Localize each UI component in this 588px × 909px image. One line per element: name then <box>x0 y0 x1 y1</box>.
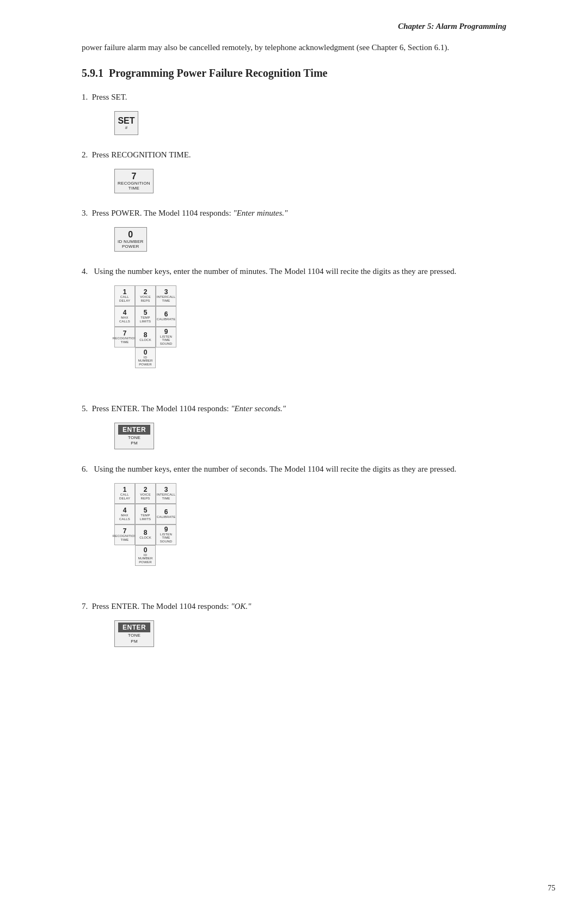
recognition-time-key-main: 7 <box>131 171 136 181</box>
recognition-time-key-label: RECOGNITIONTIME <box>118 181 150 191</box>
enter-key-button-2: ENTER TONEPM <box>114 620 154 647</box>
intro-paragraph: power failure alarm may also be cancelle… <box>82 41 506 54</box>
set-key-button: SET # <box>114 111 138 135</box>
numpad-key-4: 4MAX CALLS <box>114 306 135 327</box>
step-5: 5. Press ENTER. The Model 1104 responds:… <box>82 402 506 453</box>
section-title: 5.9.1 Programming Power Failure Recognit… <box>82 67 506 80</box>
numpad-key-9: 9LISTEN TIMESOUND <box>156 327 176 347</box>
page-number: 75 <box>548 884 555 893</box>
page-content: Chapter 5: Alarm Programming power failu… <box>82 0 506 693</box>
step-6: 6. Using the number keys, enter the numb… <box>82 462 506 590</box>
step-1: 1. Press SET. SET # <box>82 90 506 138</box>
numpad-2: 1CALLDELAY 2VOICEREPS 3INTERCALLTIME 4MA… <box>114 483 176 587</box>
step-7: 7. Press ENTER. The Model 1104 responds:… <box>82 600 506 650</box>
enter-key-top-2: ENTER <box>118 623 150 632</box>
numpad2-key-8: 8CLOCK <box>135 524 156 545</box>
numpad2-key-5: 5TEMP LIMITS <box>135 504 156 524</box>
enter-key-top-1: ENTER <box>118 425 150 435</box>
set-key-main: SET <box>118 115 134 126</box>
numpad-key-7: 7RECOGNITIONTIME <box>114 327 135 347</box>
numpad-key-2: 2VOICEREPS <box>135 285 156 306</box>
chapter-title: Chapter 5: Alarm Programming <box>398 22 506 30</box>
step-2: 2. Press RECOGNITION TIME. 7 RECOGNITION… <box>82 148 506 197</box>
numpad2-key-1: 1CALLDELAY <box>114 483 135 504</box>
step-5-text: 5. Press ENTER. The Model 1104 responds:… <box>82 402 506 415</box>
power-key-main: 0 <box>128 229 133 240</box>
numpad-key-6: 6CALIBRATE <box>156 306 176 327</box>
numpad2-key-4: 4MAX CALLS <box>114 504 135 524</box>
numpad2-key-0: 0ID NUMBERPOWER <box>135 545 156 566</box>
set-key-label: # <box>125 126 128 131</box>
step-4-text: 4. Using the number keys, enter the numb… <box>82 265 506 278</box>
step-3-text: 3. Press POWER. The Model 1104 responds:… <box>82 206 506 219</box>
step-4: 4. Using the number keys, enter the numb… <box>82 265 506 392</box>
numpad2-key-6: 6CALIBRATE <box>156 504 176 524</box>
step-3: 3. Press POWER. The Model 1104 responds:… <box>82 206 506 255</box>
chapter-header: Chapter 5: Alarm Programming <box>82 22 506 31</box>
recognition-time-key-button: 7 RECOGNITIONTIME <box>114 169 154 193</box>
power-key-button: 0 ID NUMBERPOWER <box>114 227 147 252</box>
power-key-label: ID NUMBERPOWER <box>118 240 144 249</box>
numpad-key-5: 5TEMP LIMITS <box>135 306 156 327</box>
step-6-text: 6. Using the number keys, enter the numb… <box>82 462 506 475</box>
numpad2-key-7: 7RECOGNITIONTIME <box>114 524 135 545</box>
numpad-key-0: 0ID NUMBERPOWER <box>135 347 156 368</box>
numpad-key-3: 3INTERCALLTIME <box>156 285 176 306</box>
numpad2-key-2: 2VOICEREPS <box>135 483 156 504</box>
numpad-key-8: 8CLOCK <box>135 327 156 347</box>
step-2-text: 2. Press RECOGNITION TIME. <box>82 148 506 161</box>
step-7-text: 7. Press ENTER. The Model 1104 responds:… <box>82 600 506 613</box>
enter-key-label-1: TONEPM <box>128 435 140 447</box>
step-1-text: 1. Press SET. <box>82 90 506 103</box>
numpad-1: 1CALLDELAY 2VOICEREPS 3INTERCALLTIME 4MA… <box>114 285 176 389</box>
enter-key-button-1: ENTER TONEPM <box>114 423 154 449</box>
numpad2-key-9: 9LISTEN TIMESOUND <box>156 524 176 545</box>
numpad2-key-3: 3INTERCALLTIME <box>156 483 176 504</box>
numpad-key-1: 1CALLDELAY <box>114 285 135 306</box>
enter-key-label-2: TONEPM <box>128 633 140 644</box>
